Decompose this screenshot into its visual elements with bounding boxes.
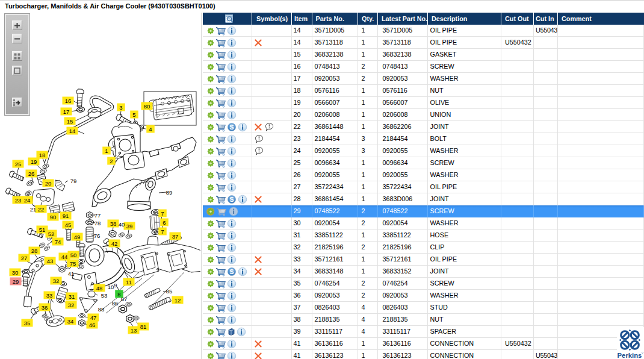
svg-text:87: 87 [121,296,128,302]
svg-text:18: 18 [39,152,46,158]
svg-text:40: 40 [119,221,125,228]
svg-text:20: 20 [45,180,52,187]
svg-text:39: 39 [126,223,133,229]
svg-text:32: 32 [53,278,60,284]
svg-text:24: 24 [24,197,31,204]
svg-text:78: 78 [94,220,101,226]
svg-text:41: 41 [68,270,75,277]
svg-text:76: 76 [94,233,101,239]
svg-text:79: 79 [70,178,77,184]
svg-text:12: 12 [175,297,181,304]
svg-text:31: 31 [69,293,75,300]
svg-text:88: 88 [98,306,105,313]
svg-text:17: 17 [63,108,70,115]
svg-text:13: 13 [131,327,137,334]
svg-text:3: 3 [119,104,122,111]
svg-text:9: 9 [114,282,117,289]
svg-text:22: 22 [38,206,45,213]
svg-text:27: 27 [21,255,28,261]
svg-text:19: 19 [31,158,37,165]
svg-text:80: 80 [144,103,150,110]
svg-text:29: 29 [13,278,19,285]
svg-text:Perkins: Perkins [618,352,642,359]
svg-text:23: 23 [15,197,22,204]
svg-text:25: 25 [15,161,22,167]
svg-text:42: 42 [111,240,118,247]
svg-text:30: 30 [12,269,19,276]
svg-text:75: 75 [70,260,76,267]
svg-text:35: 35 [24,320,31,326]
svg-text:77: 77 [94,212,101,219]
svg-text:32: 32 [68,302,75,308]
svg-text:43: 43 [47,258,54,264]
svg-text:11: 11 [126,279,132,286]
svg-text:14: 14 [69,128,76,134]
svg-text:49: 49 [74,234,81,240]
svg-text:51: 51 [39,226,46,233]
svg-text:81: 81 [140,323,147,330]
svg-text:26: 26 [28,170,35,177]
svg-text:74: 74 [55,239,61,245]
svg-text:10: 10 [108,284,114,290]
svg-text:2: 2 [110,158,113,164]
svg-text:85: 85 [166,288,173,295]
svg-text:90: 90 [50,214,57,220]
svg-text:44: 44 [61,254,68,260]
svg-text:7: 7 [161,210,164,217]
svg-text:91: 91 [63,213,69,219]
svg-text:7: 7 [161,228,164,235]
svg-text:16: 16 [65,98,72,104]
svg-text:46: 46 [89,322,96,328]
svg-text:6: 6 [163,219,166,226]
svg-text:33: 33 [46,292,53,299]
svg-text:89: 89 [166,189,173,196]
svg-text:1: 1 [105,148,108,154]
svg-text:45: 45 [65,222,72,228]
svg-text:52: 52 [48,231,55,237]
svg-text:86: 86 [112,300,119,307]
svg-text:36: 36 [42,304,48,311]
svg-text:53: 53 [101,292,108,299]
svg-text:28: 28 [31,248,38,254]
svg-text:50: 50 [70,252,77,258]
svg-text:15: 15 [67,118,73,125]
svg-text:37: 37 [172,233,179,240]
svg-text:21: 21 [30,206,37,213]
svg-text:48: 48 [96,285,103,292]
svg-text:34: 34 [67,318,74,325]
svg-text:47: 47 [90,314,97,321]
svg-text:38: 38 [110,220,117,227]
svg-text:4: 4 [149,126,152,133]
svg-text:5: 5 [132,111,135,118]
